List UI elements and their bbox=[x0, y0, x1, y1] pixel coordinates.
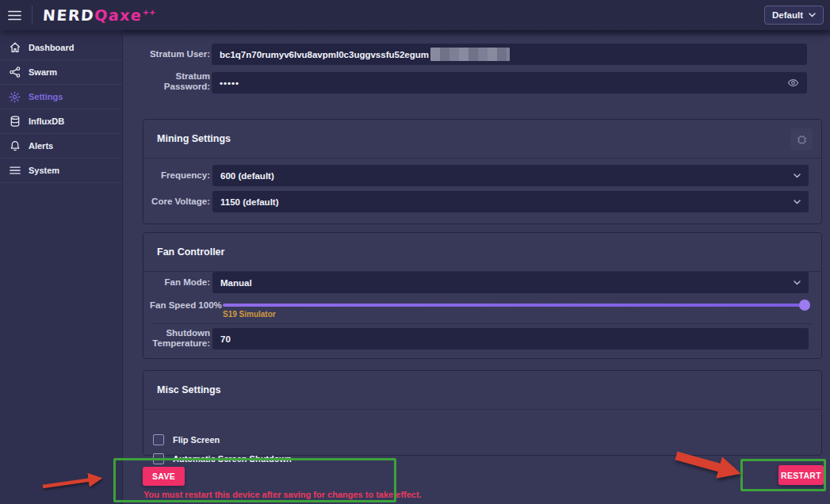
stratum-user-value: bc1q7n70rumyv6lvu8avpml0c3uggvssfu52egum bbox=[220, 50, 429, 59]
mining-settings-header: Mining Settings bbox=[143, 120, 821, 158]
share-icon bbox=[9, 67, 21, 78]
censored-blur-block bbox=[430, 48, 510, 61]
sidebar-item-label: Swarm bbox=[29, 67, 57, 77]
save-button[interactable]: SAVE bbox=[143, 467, 185, 486]
shutdown-temperature-value: 70 bbox=[220, 334, 231, 344]
sidebar-item-influxdb[interactable]: InfluxDB bbox=[0, 109, 122, 134]
gear-icon bbox=[9, 91, 21, 103]
misc-settings-header: Misc Settings bbox=[143, 371, 821, 410]
frequency-label: Frequency: bbox=[150, 170, 210, 181]
fan-speed-label: Fan Speed 100% bbox=[150, 300, 218, 311]
sidebar-item-label: InfluxDB bbox=[29, 116, 64, 126]
bell-icon bbox=[9, 140, 21, 151]
restart-button[interactable]: RESTART bbox=[778, 465, 824, 485]
mining-info-icon[interactable] bbox=[790, 128, 813, 151]
frequency-select[interactable]: 600 (default) bbox=[212, 165, 809, 186]
device-selector-dropdown[interactable]: Default bbox=[764, 6, 824, 25]
misc-settings-title: Misc Settings bbox=[157, 384, 221, 395]
sidebar-item-label: Alerts bbox=[29, 141, 53, 151]
flip-screen-label: Flip Screen bbox=[173, 435, 220, 445]
stratum-password-value: ••••• bbox=[220, 78, 239, 88]
stratum-password-label: Stratum Password: bbox=[145, 71, 210, 92]
list-icon bbox=[9, 166, 21, 175]
nerdqaxe-settings-page: NERDQaxe++ Default Dashboard Swarm bbox=[0, 0, 830, 504]
fan-controller-title: Fan Controller bbox=[157, 246, 224, 258]
core-voltage-select[interactable]: 1150 (default) bbox=[212, 191, 809, 212]
fan-mode-select[interactable]: Manual bbox=[212, 272, 809, 293]
fan-mode-value: Manual bbox=[220, 278, 252, 288]
app-logo: NERDQaxe++ bbox=[42, 6, 156, 24]
stratum-user-input[interactable]: bc1q7n70rumyv6lvu8avpml0c3uggvssfu52egum bbox=[212, 44, 807, 65]
sidebar-item-alerts[interactable]: Alerts bbox=[0, 134, 122, 158]
sidebar: Dashboard Swarm Settings InfluxDB Alerts bbox=[0, 30, 123, 504]
flip-screen-option[interactable]: Flip Screen bbox=[153, 434, 220, 445]
fan-controller-card: Fan Controller Fan Mode: Manual Fan Spee… bbox=[143, 232, 822, 359]
row-divider bbox=[151, 323, 813, 324]
auto-screen-shutdown-option[interactable]: Automatic Screen Shutdown bbox=[153, 453, 292, 464]
auto-screen-shutdown-checkbox[interactable] bbox=[153, 453, 164, 464]
sidebar-item-label: System bbox=[29, 166, 59, 175]
password-visibility-toggle[interactable] bbox=[787, 77, 799, 90]
slider-thumb[interactable] bbox=[799, 300, 810, 311]
settings-form: Stratum User: bc1q7n70rumyv6lvu8avpml0c3… bbox=[124, 30, 830, 504]
hamburger-menu-icon[interactable] bbox=[8, 10, 21, 21]
fan-speed-note: S19 Simulator bbox=[223, 310, 276, 319]
topbar-shadow bbox=[124, 30, 830, 37]
mining-settings-card: Mining Settings Frequency: 600 (default)… bbox=[143, 119, 822, 224]
sidebar-item-settings[interactable]: Settings bbox=[0, 85, 122, 109]
device-selector-label: Default bbox=[772, 10, 803, 20]
shutdown-temperature-label: Shutdown Temperature: bbox=[150, 328, 210, 349]
misc-settings-card: Misc Settings Flip Screen Automatic Scre… bbox=[143, 370, 822, 456]
topbar-divider bbox=[32, 6, 33, 25]
core-voltage-label: Core Voltage: bbox=[150, 197, 210, 207]
flip-screen-checkbox[interactable] bbox=[153, 434, 164, 445]
shutdown-temperature-input[interactable]: 70 bbox=[212, 328, 809, 349]
frequency-value: 600 (default) bbox=[220, 171, 274, 181]
chevron-down-icon bbox=[809, 13, 816, 17]
slider-fill bbox=[223, 304, 805, 307]
sidebar-item-swarm[interactable]: Swarm bbox=[0, 60, 122, 85]
logo-part-qaxe: Qaxe bbox=[94, 6, 143, 24]
chevron-down-icon bbox=[794, 200, 801, 204]
fan-mode-label: Fan Mode: bbox=[150, 277, 210, 288]
stratum-password-input[interactable]: ••••• bbox=[212, 72, 807, 94]
fan-controller-header: Fan Controller bbox=[143, 233, 821, 272]
auto-screen-shutdown-label: Automatic Screen Shutdown bbox=[173, 454, 292, 464]
restart-warning-text: You must restart this device after savin… bbox=[143, 490, 422, 499]
chevron-down-icon bbox=[794, 174, 801, 178]
core-voltage-value: 1150 (default) bbox=[220, 197, 279, 207]
sidebar-item-label: Dashboard bbox=[29, 43, 74, 52]
sidebar-item-system[interactable]: System bbox=[0, 158, 122, 183]
chevron-down-icon bbox=[794, 281, 801, 285]
logo-superscript: ++ bbox=[142, 8, 156, 17]
topbar: NERDQaxe++ Default bbox=[0, 0, 830, 30]
stratum-user-label: Stratum User: bbox=[145, 49, 210, 59]
database-icon bbox=[9, 116, 21, 127]
sidebar-item-label: Settings bbox=[29, 92, 63, 101]
mining-settings-title: Mining Settings bbox=[157, 133, 231, 144]
home-icon bbox=[9, 42, 21, 53]
sidebar-item-dashboard[interactable]: Dashboard bbox=[0, 36, 122, 60]
logo-part-nerd: NERD bbox=[42, 6, 95, 24]
fan-speed-slider[interactable] bbox=[223, 300, 805, 311]
